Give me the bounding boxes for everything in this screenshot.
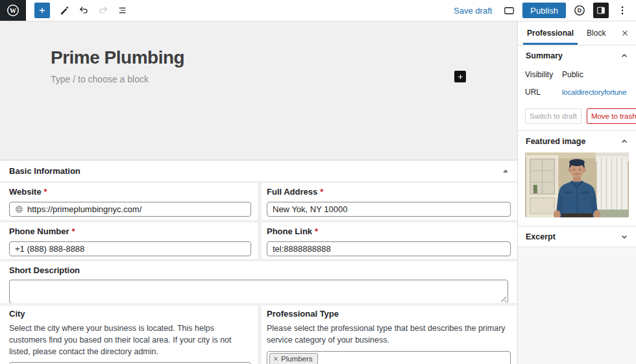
professional-type-label: Professional Type xyxy=(267,309,339,319)
plugin-panel-button[interactable]: D xyxy=(570,1,589,19)
sidebar-tabs: Professional Block xyxy=(518,21,636,45)
wordpress-logo-button[interactable]: W xyxy=(0,0,26,21)
globe-icon xyxy=(15,205,23,213)
list-view-icon xyxy=(117,5,128,16)
featured-image-wrap xyxy=(518,151,636,226)
wordpress-block-editor: W xyxy=(0,0,636,364)
remove-tag-icon[interactable] xyxy=(273,356,278,361)
field-full-address: Full Address * xyxy=(262,183,517,220)
city-description: Select the city where your business is l… xyxy=(9,323,251,358)
excerpt-panel-header[interactable]: Excerpt xyxy=(518,226,636,247)
short-description-textarea[interactable] xyxy=(9,280,508,303)
document-overview-button[interactable] xyxy=(114,1,132,19)
short-description-label: Short Description xyxy=(9,265,80,276)
summary-panel-header[interactable]: Summary xyxy=(518,45,636,66)
basic-information-metabox: Basic Information Website * xyxy=(0,160,517,364)
field-label: Website * xyxy=(9,187,251,197)
chevron-down-icon xyxy=(620,233,628,241)
city-label: City xyxy=(9,309,25,319)
preview-button[interactable] xyxy=(500,1,518,19)
summary-panel-title: Summary xyxy=(526,51,563,60)
undo-icon xyxy=(78,5,90,16)
summary-panel-body: Visibility Public URL localdirectoryfort… xyxy=(518,66,636,130)
field-city: City Select the city where your business… xyxy=(0,306,258,364)
field-phone-number: Phone Number * xyxy=(0,223,258,259)
pencil-icon xyxy=(59,5,70,16)
field-label: Professional Type xyxy=(267,309,511,319)
sidebar-empty-area xyxy=(518,247,636,364)
tools-button[interactable] xyxy=(55,1,73,19)
featured-image-panel-header[interactable]: Featured image xyxy=(518,131,636,151)
website-input-field[interactable] xyxy=(27,202,245,216)
move-to-trash-button[interactable]: Move to trash xyxy=(587,108,636,124)
tab-block[interactable]: Block xyxy=(580,21,612,45)
close-sidebar-button[interactable] xyxy=(614,21,636,45)
field-professional-type: Professional Type Please select the prof… xyxy=(262,306,517,364)
phone-link-input[interactable] xyxy=(267,241,511,256)
post-title[interactable]: Prime Plumbing xyxy=(51,47,184,68)
settings-sidebar: Professional Block Summary Visibility Pu… xyxy=(517,21,636,364)
kebab-menu-icon xyxy=(617,5,628,16)
publish-button[interactable]: Publish xyxy=(522,3,566,18)
metabox-header[interactable]: Basic Information xyxy=(0,161,517,181)
field-label: Phone Number * xyxy=(9,226,251,237)
phone-link-label: Phone Link xyxy=(267,226,312,237)
required-mark: * xyxy=(44,187,47,197)
url-row: URL localdirectoryfortune.... xyxy=(525,83,629,101)
save-draft-button[interactable]: Save draft xyxy=(450,6,495,16)
required-mark: * xyxy=(315,226,318,237)
plus-icon xyxy=(457,73,464,80)
visibility-label: Visibility xyxy=(525,70,562,79)
field-label: Full Address * xyxy=(267,187,511,197)
switch-to-draft-button[interactable]: Switch to draft xyxy=(525,108,581,124)
redo-icon xyxy=(97,5,109,16)
tab-professional[interactable]: Professional xyxy=(520,21,580,45)
svg-text:W: W xyxy=(10,7,16,14)
options-menu-button[interactable] xyxy=(613,1,631,19)
editor-canvas: Prime Plumbing Type / to choose a block … xyxy=(0,21,517,364)
short-description-textarea-wrap xyxy=(9,280,508,303)
field-phone-link: Phone Link * xyxy=(262,223,517,259)
phone-number-input-field[interactable] xyxy=(15,242,245,256)
desktop-icon xyxy=(503,5,515,17)
block-inserter-button[interactable] xyxy=(34,3,50,18)
phone-number-input[interactable] xyxy=(9,241,251,256)
inline-block-inserter-button[interactable] xyxy=(454,71,466,82)
professional-type-description: Please select the professional type that… xyxy=(267,323,511,346)
chevron-up-icon xyxy=(620,138,628,145)
sidebar-icon xyxy=(596,5,606,16)
chevron-up-icon xyxy=(620,52,628,60)
selected-tag: Plumbers xyxy=(269,353,318,364)
visibility-value-button[interactable]: Public xyxy=(562,70,583,79)
phone-link-input-field[interactable] xyxy=(273,242,505,256)
featured-image-photo[interactable] xyxy=(525,152,629,217)
collapse-triangle-icon[interactable] xyxy=(503,169,508,173)
field-label: Short Description xyxy=(9,265,508,276)
field-short-description: Short Description xyxy=(0,261,517,303)
excerpt-panel-title: Excerpt xyxy=(526,232,556,241)
close-icon xyxy=(620,29,630,38)
url-label: URL xyxy=(525,88,562,97)
undo-button[interactable] xyxy=(75,1,93,19)
redo-button[interactable] xyxy=(94,1,112,19)
summary-actions: Switch to draft Move to trash xyxy=(525,108,629,124)
editor-tools xyxy=(55,1,132,19)
required-mark: * xyxy=(71,226,75,237)
website-input[interactable] xyxy=(9,202,251,217)
field-label: City xyxy=(9,309,251,319)
full-address-input[interactable] xyxy=(267,202,511,217)
url-link[interactable]: localdirectoryfortune.... xyxy=(562,88,627,96)
metabox-title: Basic Information xyxy=(9,166,80,176)
visibility-row: Visibility Public xyxy=(525,66,629,83)
plugin-d-icon: D xyxy=(573,4,586,17)
professional-type-input[interactable]: Plumbers xyxy=(267,351,511,364)
featured-image-panel-title: Featured image xyxy=(526,137,585,146)
phone-number-label: Phone Number xyxy=(9,226,69,237)
field-label: Phone Link * xyxy=(267,226,511,237)
settings-sidebar-toggle[interactable] xyxy=(593,3,609,18)
field-website: Website * xyxy=(0,183,258,220)
full-address-input-field[interactable] xyxy=(273,202,505,216)
block-appender-placeholder[interactable]: Type / to choose a block xyxy=(51,74,149,84)
wordpress-icon: W xyxy=(6,3,20,18)
plus-icon xyxy=(38,6,47,15)
